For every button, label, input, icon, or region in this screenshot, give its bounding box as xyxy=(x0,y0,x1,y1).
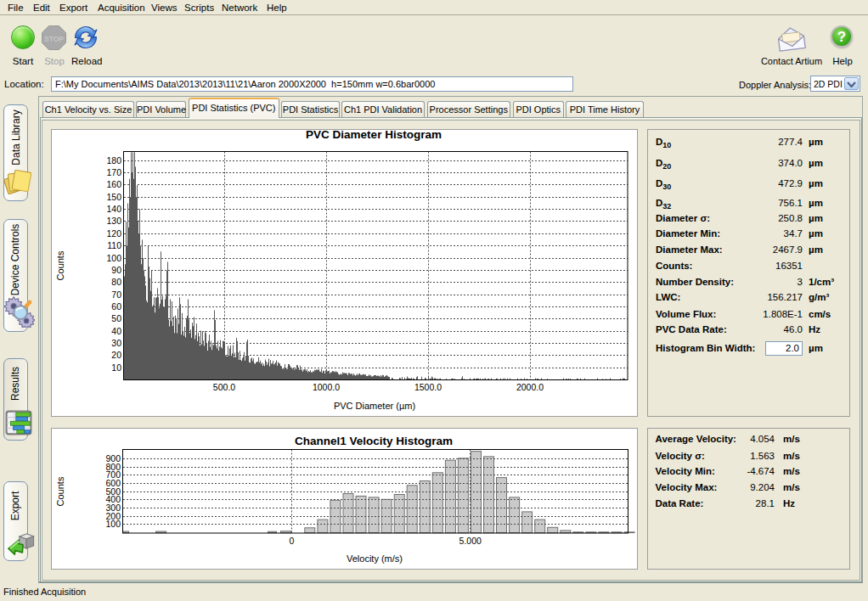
svg-text:Velocity (m/s): Velocity (m/s) xyxy=(347,553,403,564)
svg-text:110: 110 xyxy=(107,240,121,250)
svg-text:Counts: Counts xyxy=(55,476,65,506)
svg-text:150: 150 xyxy=(106,192,121,202)
svg-text:70: 70 xyxy=(111,289,121,300)
svg-text:1000.0: 1000.0 xyxy=(313,382,340,392)
svg-text:PVC Diameter (µm): PVC Diameter (µm) xyxy=(334,401,415,411)
svg-text:0: 0 xyxy=(289,536,294,546)
svg-text:170: 170 xyxy=(106,167,121,177)
svg-text:10: 10 xyxy=(111,362,121,373)
svg-text:Counts: Counts xyxy=(55,250,65,280)
svg-text:180: 180 xyxy=(106,155,121,166)
svg-text:40: 40 xyxy=(111,326,121,336)
svg-text:130: 130 xyxy=(106,216,121,226)
svg-text:60: 60 xyxy=(111,301,121,312)
svg-text:1500.0: 1500.0 xyxy=(414,382,442,392)
svg-text:100: 100 xyxy=(106,253,121,263)
svg-text:2000.0: 2000.0 xyxy=(516,382,544,392)
svg-text:500.0: 500.0 xyxy=(213,382,235,392)
svg-text:90: 90 xyxy=(111,265,121,275)
svg-text:20: 20 xyxy=(111,350,121,360)
svg-text:140: 140 xyxy=(106,204,121,214)
svg-text:STOP: STOP xyxy=(44,35,64,43)
svg-text:120: 120 xyxy=(106,228,121,239)
svg-text:5.000: 5.000 xyxy=(459,536,482,546)
svg-text:900: 900 xyxy=(105,453,121,463)
svg-text:160: 160 xyxy=(106,179,121,189)
svg-text:30: 30 xyxy=(111,338,121,348)
svg-text:PVC Diameter Histogram: PVC Diameter Histogram xyxy=(306,130,442,141)
svg-text:50: 50 xyxy=(111,313,121,323)
svg-text:Channel1 Velocity Histogram: Channel1 Velocity Histogram xyxy=(295,435,453,447)
svg-text:80: 80 xyxy=(111,277,121,287)
